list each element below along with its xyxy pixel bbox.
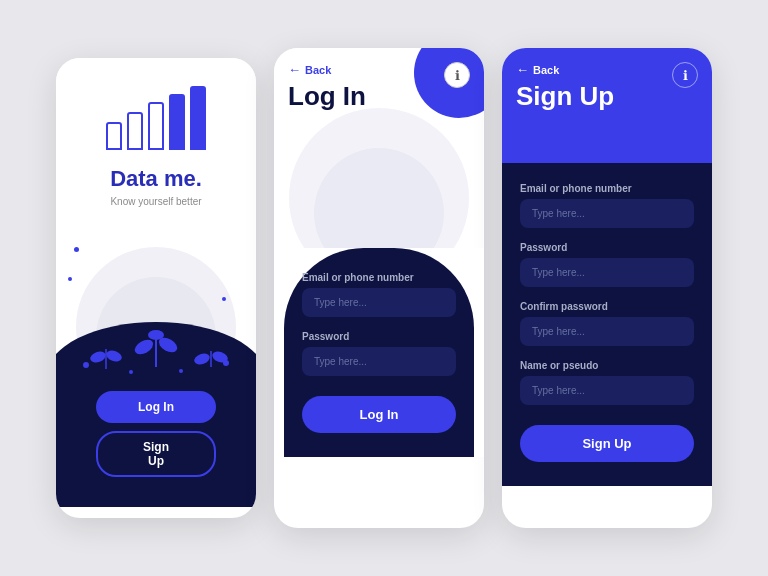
info-button-login[interactable]: ℹ <box>444 62 470 88</box>
info-button-signup[interactable]: ℹ <box>672 62 698 88</box>
svg-point-4 <box>148 330 164 340</box>
email-label-login: Email or phone number <box>302 272 456 283</box>
login-button[interactable]: Log In <box>96 391 216 423</box>
password-input-signup[interactable] <box>520 258 694 287</box>
bar-5 <box>190 86 206 150</box>
confirm-password-input[interactable] <box>520 317 694 346</box>
card-landing: Data me. Know yourself better <box>56 58 256 518</box>
svg-point-14 <box>179 369 183 373</box>
back-arrow-icon: ← <box>288 62 301 77</box>
top-area: Data me. Know yourself better <box>56 58 256 217</box>
screens-container: Data me. Know yourself better <box>36 28 732 548</box>
card-signup: ← Back Sign Up ℹ Email or phone number P… <box>502 48 712 528</box>
bar-3 <box>148 102 164 150</box>
dot-1 <box>74 247 79 252</box>
decorative-area <box>56 217 256 377</box>
email-input-login[interactable] <box>302 288 456 317</box>
password-input-login[interactable] <box>302 347 456 376</box>
info-icon-signup: ℹ <box>683 68 688 83</box>
signup-button[interactable]: Sign Up <box>96 431 216 477</box>
confirm-password-label: Confirm password <box>520 301 694 312</box>
brand-tagline: Know yourself better <box>110 196 201 207</box>
password-label-login: Password <box>302 331 456 342</box>
plant-illustration <box>56 277 256 377</box>
signup-submit-button[interactable]: Sign Up <box>520 425 694 462</box>
email-input-signup[interactable] <box>520 199 694 228</box>
login-dark-arch: Email or phone number Password Log In <box>284 248 474 457</box>
email-label-signup: Email or phone number <box>520 183 694 194</box>
info-icon-login: ℹ <box>455 68 460 83</box>
bar-1 <box>106 122 122 150</box>
signup-title: Sign Up <box>516 81 698 112</box>
login-submit-button[interactable]: Log In <box>302 396 456 433</box>
back-arrow-icon-signup: ← <box>516 62 529 77</box>
back-label-login: Back <box>305 64 331 76</box>
password-label-signup: Password <box>520 242 694 253</box>
bottom-area: Log In Sign Up <box>56 377 256 507</box>
bar-2 <box>127 112 143 150</box>
svg-point-12 <box>223 360 229 366</box>
bar-4 <box>169 94 185 150</box>
login-top-white: ← Back Log In ℹ <box>274 48 484 248</box>
back-label-signup: Back <box>533 64 559 76</box>
name-label: Name or pseudo <box>520 360 694 371</box>
svg-point-11 <box>83 362 89 368</box>
bar-chart <box>106 86 206 150</box>
brand-title: Data me. <box>110 166 202 192</box>
svg-point-13 <box>129 370 133 374</box>
signup-top-blue: ← Back Sign Up ℹ <box>502 48 712 163</box>
signup-dark-area: Email or phone number Password Confirm p… <box>502 163 712 486</box>
name-input[interactable] <box>520 376 694 405</box>
back-link-signup[interactable]: ← Back <box>516 62 698 77</box>
card-login: ← Back Log In ℹ Email or phone number Pa… <box>274 48 484 528</box>
